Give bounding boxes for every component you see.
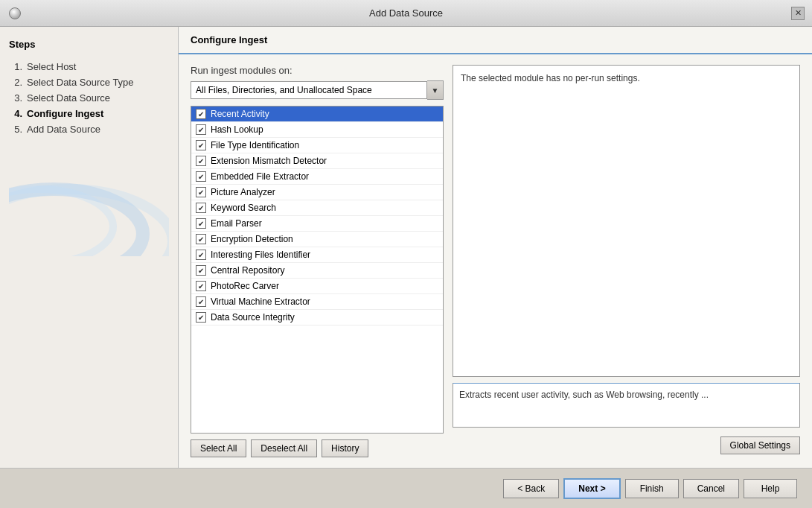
info-box: The selected module has no per-run setti…: [453, 65, 800, 377]
module-list-item[interactable]: ✔ Email Parser: [191, 216, 443, 232]
run-label: Run ingest modules on:: [191, 65, 444, 76]
step-label: Add Data Source: [27, 124, 100, 135]
left-section: Run ingest modules on: All Files, Direct…: [191, 65, 444, 457]
close-button[interactable]: ✕: [791, 7, 805, 20]
step-label: Select Host: [27, 61, 76, 72]
step-number: 4.: [9, 108, 22, 119]
step-number: 5.: [9, 124, 22, 135]
module-list-item[interactable]: ✔ Hash Lookup: [191, 122, 443, 138]
module-list-item[interactable]: ✔ Recent Activity: [191, 107, 443, 122]
panel-body: Run ingest modules on: All Files, Direct…: [179, 54, 812, 468]
module-name: File Type Identification: [211, 140, 299, 150]
module-list-item[interactable]: ✔ Picture Analyzer: [191, 185, 443, 200]
module-list-item[interactable]: ✔ File Type Identification: [191, 138, 443, 153]
step-label: Select Data Source: [27, 92, 110, 104]
global-settings-row: Global Settings: [453, 434, 800, 457]
steps-list: 1.Select Host2.Select Data Source Type3.…: [9, 59, 169, 137]
module-checkbox[interactable]: ✔: [196, 109, 206, 119]
modules-dropdown[interactable]: All Files, Directories, and Unallocated …: [191, 81, 427, 99]
module-name: Embedded File Extractor: [211, 171, 309, 182]
module-name: Central Repository: [211, 265, 284, 276]
module-list-item[interactable]: ✔ Interesting Files Identifier: [191, 247, 443, 263]
module-list-item[interactable]: ✔ Encryption Detection: [191, 232, 443, 247]
global-settings-button[interactable]: Global Settings: [720, 436, 800, 454]
module-name: Interesting Files Identifier: [211, 250, 310, 260]
module-name: Encryption Detection: [211, 234, 293, 244]
cancel-button[interactable]: Cancel: [683, 479, 739, 498]
module-list-item[interactable]: ✔ Virtual Machine Extractor: [191, 294, 443, 310]
title-bar: Add Data Source ✕: [0, 0, 812, 27]
module-name: Extension Mismatch Detector: [211, 156, 327, 166]
action-buttons: Select All Deselect All History: [191, 439, 444, 457]
history-button[interactable]: History: [322, 439, 368, 457]
dropdown-arrow[interactable]: ▼: [427, 80, 444, 100]
dropdown-row: All Files, Directories, and Unallocated …: [191, 80, 444, 100]
watermark-svg: [9, 159, 169, 256]
panel-header: Configure Ingest: [179, 27, 812, 54]
module-list-item[interactable]: ✔ Data Source Integrity: [191, 310, 443, 326]
module-list-item[interactable]: ✔ PhotoRec Carver: [191, 279, 443, 294]
help-button[interactable]: Help: [744, 479, 797, 498]
step-number: 3.: [9, 92, 22, 104]
module-checkbox[interactable]: ✔: [196, 281, 206, 291]
module-name: Virtual Machine Extractor: [211, 296, 310, 307]
module-name: Email Parser: [211, 218, 262, 229]
module-checkbox[interactable]: ✔: [196, 140, 206, 150]
module-checkbox[interactable]: ✔: [196, 250, 206, 260]
sidebar-step: 1.Select Host: [9, 59, 169, 74]
module-checkbox[interactable]: ✔: [196, 312, 206, 323]
sidebar-step: 3.Select Data Source: [9, 90, 169, 106]
module-name: Hash Lookup: [211, 124, 263, 135]
module-name: Recent Activity: [211, 109, 269, 119]
module-checkbox[interactable]: ✔: [196, 234, 206, 244]
right-section: The selected module has no per-run setti…: [453, 65, 800, 457]
next-button[interactable]: Next >: [563, 478, 620, 499]
sidebar: Steps 1.Select Host2.Select Data Source …: [0, 27, 179, 468]
description-box: Extracts recent user activity, such as W…: [453, 383, 800, 428]
module-name: Keyword Search: [211, 203, 276, 213]
svg-point-2: [9, 189, 113, 256]
module-checkbox[interactable]: ✔: [196, 171, 206, 182]
module-name: Data Source Integrity: [211, 312, 295, 323]
module-list-item[interactable]: ✔ Extension Mismatch Detector: [191, 153, 443, 169]
deselect-all-button[interactable]: Deselect All: [251, 439, 317, 457]
sidebar-step: 4.Configure Ingest: [9, 106, 169, 121]
select-all-button[interactable]: Select All: [191, 439, 246, 457]
module-checkbox[interactable]: ✔: [196, 218, 206, 229]
finish-button[interactable]: Finish: [625, 479, 679, 498]
module-checkbox[interactable]: ✔: [196, 156, 206, 166]
watermark: [9, 159, 169, 256]
right-panel: Configure Ingest Run ingest modules on: …: [179, 27, 812, 468]
module-checkbox[interactable]: ✔: [196, 265, 206, 276]
module-list-item[interactable]: ✔ Keyword Search: [191, 200, 443, 216]
steps-title: Steps: [9, 39, 169, 50]
step-number: 2.: [9, 77, 22, 88]
footer: < Back Next > Finish Cancel Help: [0, 468, 812, 508]
step-number: 1.: [9, 61, 22, 72]
module-name: Picture Analyzer: [211, 187, 275, 197]
module-checkbox[interactable]: ✔: [196, 296, 206, 307]
window-dot: [9, 7, 21, 19]
panel-title: Configure Ingest: [191, 34, 267, 45]
back-button[interactable]: < Back: [503, 479, 559, 498]
sidebar-step: 5.Add Data Source: [9, 121, 169, 137]
module-checkbox[interactable]: ✔: [196, 187, 206, 197]
step-label: Select Data Source Type: [27, 77, 134, 88]
module-list-item[interactable]: ✔ Central Repository: [191, 263, 443, 279]
main-content: Steps 1.Select Host2.Select Data Source …: [0, 27, 812, 468]
step-label: Configure Ingest: [27, 108, 103, 119]
module-checkbox[interactable]: ✔: [196, 203, 206, 213]
modules-list: ✔ Recent Activity ✔ Hash Lookup ✔ File T…: [191, 106, 444, 434]
module-name: PhotoRec Carver: [211, 281, 279, 291]
module-checkbox[interactable]: ✔: [196, 124, 206, 135]
sidebar-step: 2.Select Data Source Type: [9, 74, 169, 90]
window-title: Add Data Source: [369, 7, 443, 19]
module-list-item[interactable]: ✔ Embedded File Extractor: [191, 169, 443, 185]
